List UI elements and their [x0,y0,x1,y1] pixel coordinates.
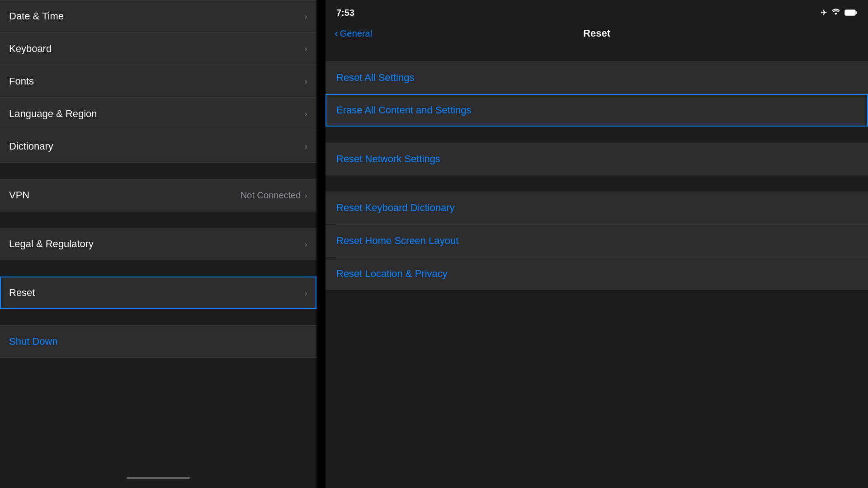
wifi-icon [831,8,841,18]
reset-keyboard-label: Reset Keyboard Dictionary [336,202,455,214]
item-right-language-region: › [304,108,307,119]
left-panel: Date & Time › Keyboard › Fonts › Languag… [0,0,316,488]
separator-3 [326,175,868,192]
reset-item-network[interactable]: Reset Network Settings [326,143,868,175]
chevron-icon-date-time: › [304,11,307,22]
reset-home-screen-label: Reset Home Screen Layout [336,235,458,247]
separator-4 [0,309,316,325]
sidebar-item-legal[interactable]: Legal & Regulatory › [0,228,316,260]
sidebar-item-dictionary[interactable]: Dictionary › [0,130,316,163]
separator-1 [0,163,316,179]
item-label-shutdown: Shut Down [9,336,58,347]
item-label-fonts: Fonts [9,75,34,87]
reset-item-erase-all[interactable]: Erase All Content and Settings [326,94,868,127]
item-label-language-region: Language & Region [9,108,97,120]
sidebar-item-keyboard[interactable]: Keyboard › [0,33,316,65]
sidebar-item-fonts[interactable]: Fonts › [0,65,316,98]
item-label-date-time: Date & Time [9,10,64,22]
reset-location-label: Reset Location & Privacy [336,268,448,280]
reset-group-2: Erase All Content and Settings [326,94,868,127]
reset-all-settings-label: Reset All Settings [336,72,414,84]
sidebar-item-date-time[interactable]: Date & Time › [0,0,316,33]
sidebar-item-vpn[interactable]: VPN Not Connected › [0,179,316,211]
item-right-legal: › [304,239,307,249]
nav-bar: ‹ General Reset [326,23,868,45]
home-indicator [0,471,316,488]
separator-3 [0,260,316,277]
sidebar-item-shutdown[interactable]: Shut Down [0,325,316,358]
back-chevron-icon: ‹ [335,27,338,40]
right-panel: 7:53 ✈ ‹ General Reset [326,0,868,488]
settings-group-2: VPN Not Connected › [0,179,316,211]
chevron-icon-language-region: › [304,108,307,119]
status-time: 7:53 [336,8,354,18]
reset-group-1: Reset All Settings [326,61,868,94]
home-bar [127,477,190,479]
chevron-icon-legal: › [304,239,307,249]
chevron-icon-vpn: › [304,190,307,201]
item-right-reset: › [304,288,307,298]
settings-group-3: Legal & Regulatory › [0,228,316,260]
item-label-reset: Reset [9,287,35,299]
airplane-icon: ✈ [821,8,827,18]
sidebar-item-reset[interactable]: Reset › [0,277,316,309]
erase-all-label: Erase All Content and Settings [336,104,471,116]
reset-network-label: Reset Network Settings [336,153,440,165]
item-right-date-time: › [304,11,307,22]
separator-2 [326,127,868,143]
reset-item-keyboard[interactable]: Reset Keyboard Dictionary [326,192,868,224]
chevron-icon-keyboard: › [304,43,307,54]
chevron-icon-reset: › [304,288,307,298]
status-bar: 7:53 ✈ [326,0,868,23]
item-label-legal: Legal & Regulatory [9,238,94,250]
settings-group-4: Reset › [0,277,316,309]
item-right-dictionary: › [304,141,307,151]
reset-content: Reset All Settings Erase All Content and… [326,45,868,488]
item-right-vpn: Not Connected › [241,190,307,201]
settings-group-shutdown: Shut Down [0,325,316,358]
back-label: General [340,28,372,39]
reset-item-location[interactable]: Reset Location & Privacy [326,258,868,290]
item-label-keyboard: Keyboard [9,43,52,55]
reset-group-3: Reset Network Settings [326,143,868,175]
battery-icon [844,9,857,16]
svg-rect-0 [845,10,855,15]
item-right-keyboard: › [304,43,307,54]
reset-item-all-settings[interactable]: Reset All Settings [326,61,868,94]
back-button[interactable]: ‹ General [335,27,372,40]
separator-2 [0,211,316,228]
settings-group-1: Date & Time › Keyboard › Fonts › Languag… [0,0,316,163]
reset-group-4: Reset Keyboard Dictionary Reset Home Scr… [326,192,868,290]
svg-rect-1 [856,11,857,14]
nav-title: Reset [583,28,610,39]
item-label-dictionary: Dictionary [9,141,53,152]
item-label-vpn: VPN [9,189,29,201]
status-icons: ✈ [821,8,857,18]
panel-divider [316,0,326,488]
settings-list: Date & Time › Keyboard › Fonts › Languag… [0,0,316,488]
vpn-value: Not Connected [241,190,301,201]
reset-item-home-screen[interactable]: Reset Home Screen Layout [326,225,868,257]
chevron-icon-fonts: › [304,76,307,86]
sidebar-item-language-region[interactable]: Language & Region › [0,98,316,130]
item-right-fonts: › [304,76,307,86]
chevron-icon-dictionary: › [304,141,307,151]
separator-top [326,45,868,61]
